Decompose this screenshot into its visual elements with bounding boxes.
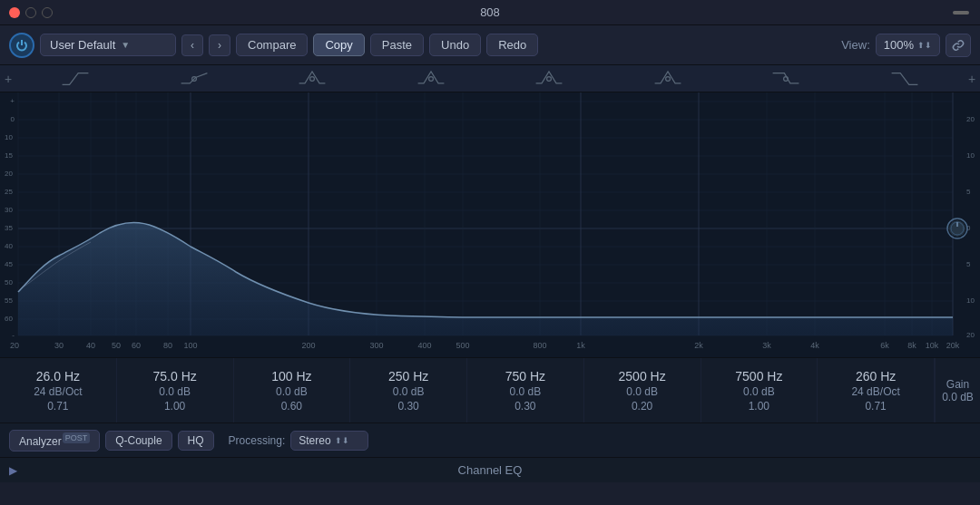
band-6-gain: 0.0 dB [626, 385, 658, 398]
window-resize-button[interactable] [953, 11, 969, 15]
svg-text:200: 200 [301, 341, 315, 350]
analyzer-button[interactable]: AnalyzerPOST [9, 430, 100, 452]
band-header-5[interactable] [490, 68, 609, 90]
footer: ▶ Channel EQ [0, 457, 980, 482]
band-params: 26.0 Hz 24 dB/Oct 0.71 75.0 Hz 0.0 dB 1.… [0, 357, 980, 422]
svg-text:0: 0 [11, 115, 15, 123]
band-param-2[interactable]: 75.0 Hz 0.0 dB 1.00 [117, 358, 234, 422]
redo-button[interactable]: Redo [486, 34, 538, 56]
svg-text:500: 500 [456, 341, 469, 350]
band-param-6[interactable]: 2500 Hz 0.0 dB 0.20 [584, 358, 701, 422]
view-zoom-control[interactable]: 100% ⬆⬇ [876, 34, 940, 56]
link-button[interactable] [946, 34, 971, 57]
svg-text:20: 20 [10, 341, 19, 350]
play-button[interactable]: ▶ [9, 464, 17, 477]
svg-text:2k: 2k [694, 341, 703, 350]
band-6-freq: 2500 Hz [619, 369, 666, 384]
band-7-q: 1.00 [749, 400, 769, 413]
band-param-8[interactable]: 260 Hz 24 dB/Oct 0.71 [818, 358, 935, 422]
svg-text:800: 800 [533, 341, 546, 350]
svg-text:30: 30 [5, 206, 13, 214]
band-5-q: 0.30 [514, 400, 535, 413]
eq-band-headers: + [0, 65, 980, 92]
band-5-gain: 0.0 dB [510, 385, 542, 398]
svg-text:100: 100 [183, 341, 197, 350]
svg-text:60: 60 [132, 341, 141, 350]
plugin-title: Channel EQ [458, 463, 523, 477]
svg-text:55: 55 [5, 296, 13, 305]
band-param-1[interactable]: 26.0 Hz 24 dB/Oct 0.71 [0, 358, 117, 422]
svg-text:50: 50 [112, 341, 121, 350]
hq-button[interactable]: HQ [178, 431, 214, 451]
svg-text:50: 50 [5, 278, 13, 286]
window-title: 808 [480, 5, 500, 19]
svg-text:4k: 4k [810, 341, 819, 350]
nav-back-button[interactable]: ‹ [181, 34, 203, 56]
copy-button[interactable]: Copy [313, 34, 364, 56]
band-1-freq: 26.0 Hz [36, 369, 80, 384]
svg-text:35: 35 [5, 224, 13, 232]
paste-button[interactable]: Paste [370, 34, 424, 56]
band-4-freq: 250 Hz [388, 369, 428, 384]
band-header-1[interactable] [16, 68, 135, 90]
band-8-freq: 260 Hz [856, 369, 896, 384]
svg-text:45: 45 [5, 260, 13, 268]
band-1-q: 0.71 [47, 400, 68, 413]
svg-text:5: 5 [966, 260, 971, 268]
power-button[interactable] [9, 33, 34, 58]
band-8-gain: 24 dB/Oct [851, 385, 899, 398]
svg-text:20: 20 [966, 115, 975, 123]
svg-text:15: 15 [5, 151, 13, 160]
eq-chart[interactable]: 20 30 40 50 60 80 100 200 300 400 500 80… [0, 92, 980, 357]
band-5-freq: 750 Hz [505, 369, 545, 384]
band-header-8[interactable] [846, 68, 965, 90]
svg-text:1k: 1k [576, 341, 585, 350]
preset-dropdown[interactable]: User Default ▼ [40, 34, 176, 56]
band-7-gain: 0.0 dB [743, 385, 775, 398]
processing-select[interactable]: Stereo ⬆⬇ [290, 431, 368, 451]
svg-text:40: 40 [5, 242, 13, 250]
band-4-q: 0.30 [397, 400, 418, 413]
band-header-3[interactable] [253, 68, 372, 90]
band-3-q: 0.60 [281, 400, 302, 413]
close-button[interactable] [9, 7, 20, 18]
band-8-q: 0.71 [865, 400, 886, 413]
band-right-plus: + [964, 72, 980, 86]
svg-text:6k: 6k [880, 341, 889, 350]
svg-text:40: 40 [86, 341, 95, 350]
svg-text:10: 10 [5, 133, 13, 141]
svg-point-2 [428, 76, 433, 81]
dropdown-arrow-icon: ▼ [121, 40, 130, 50]
band-param-3[interactable]: 100 Hz 0.0 dB 0.60 [234, 358, 351, 422]
post-badge: POST [63, 432, 91, 443]
qcouple-button[interactable]: Q-Couple [105, 431, 172, 451]
band-param-4[interactable]: 250 Hz 0.0 dB 0.30 [350, 358, 467, 422]
band-param-7[interactable]: 7500 Hz 0.0 dB 1.00 [701, 358, 818, 422]
svg-text:10: 10 [966, 151, 975, 160]
minimize-button[interactable] [25, 7, 36, 18]
band-2-gain: 0.0 dB [159, 385, 191, 398]
nav-forward-button[interactable]: › [209, 34, 230, 56]
traffic-lights [9, 7, 53, 18]
undo-button[interactable]: Undo [429, 34, 481, 56]
toolbar: User Default ▼ ‹ › Compare Copy Paste Un… [0, 25, 980, 65]
svg-text:20k: 20k [946, 341, 960, 350]
band-param-5[interactable]: 750 Hz 0.0 dB 0.30 [467, 358, 584, 422]
band-left-plus: + [0, 72, 16, 86]
svg-text:60: 60 [5, 315, 13, 323]
svg-text:8k: 8k [907, 341, 916, 350]
compare-button[interactable]: Compare [236, 34, 308, 56]
preset-value: User Default [50, 38, 115, 52]
bottom-controls: AnalyzerPOST Q-Couple HQ Processing: Ste… [0, 422, 980, 457]
band-header-4[interactable] [372, 68, 491, 90]
maximize-button[interactable] [42, 7, 53, 18]
band-header-2[interactable] [135, 68, 254, 90]
band-7-freq: 7500 Hz [735, 369, 782, 384]
svg-text:+: + [10, 97, 15, 105]
svg-text:30: 30 [54, 341, 64, 350]
svg-text:-: - [12, 331, 15, 339]
band-header-7[interactable] [727, 68, 846, 90]
svg-point-4 [665, 76, 670, 81]
svg-point-3 [547, 76, 552, 81]
band-header-6[interactable] [609, 68, 728, 90]
